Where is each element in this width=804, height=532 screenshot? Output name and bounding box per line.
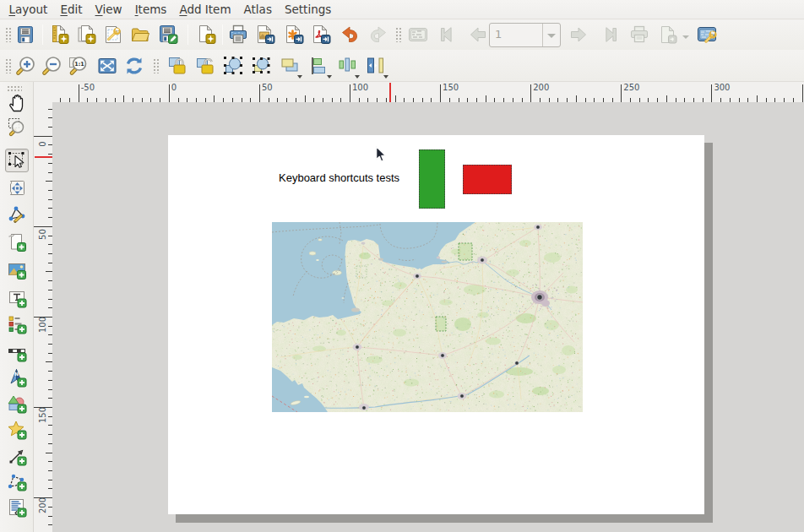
refresh-icon (123, 55, 145, 77)
add-label-tool-button[interactable] (5, 286, 29, 310)
dropdown-arrow[interactable] (327, 75, 332, 79)
first-feature-button[interactable] (436, 22, 459, 47)
pan-tool-button[interactable] (5, 91, 29, 115)
distribute-items-button[interactable] (335, 53, 359, 79)
toolbar-grip[interactable] (5, 27, 11, 42)
print-icon (228, 24, 248, 45)
toolbar-grip[interactable] (7, 85, 22, 91)
menu-settings[interactable]: Settings (278, 1, 337, 18)
layout-manager-button[interactable] (101, 22, 125, 47)
preview-atlas-button[interactable] (406, 22, 430, 47)
dropdown-arrow[interactable] (383, 75, 388, 79)
add-legend-tool-button[interactable] (5, 312, 29, 336)
add-page-tool-button[interactable] (5, 231, 29, 254)
add-picture-tool-button[interactable] (5, 258, 29, 282)
redo-icon (368, 24, 388, 45)
layout-manager-icon (103, 24, 123, 45)
menu-edit[interactable]: Edit (54, 1, 89, 18)
zoom-full-button[interactable] (95, 53, 119, 79)
label-item[interactable]: Keyboard shortcuts tests (279, 171, 399, 184)
save-button[interactable] (14, 22, 37, 47)
add-pages-button[interactable] (194, 22, 218, 47)
atlas-settings-button[interactable] (695, 22, 719, 47)
ruler-tick (802, 84, 803, 102)
previous-feature-button[interactable] (466, 22, 490, 47)
open-folder-icon (130, 24, 150, 45)
resize-items-button[interactable] (364, 53, 388, 79)
add-north-arrow-tool-button[interactable]: N (5, 366, 29, 389)
new-layout-button[interactable] (47, 22, 71, 47)
print-button[interactable] (226, 22, 250, 47)
add-shape-tool-button[interactable] (5, 392, 29, 415)
deselect-all-icon (250, 55, 272, 77)
add-arrow-tool-button[interactable] (5, 444, 29, 468)
export-pdf-button[interactable] (309, 22, 333, 47)
horizontal-ruler: -50050100150200250300 (34, 82, 804, 102)
move-content-tool-button[interactable] (5, 176, 29, 200)
ruler-label: 50 (38, 221, 47, 247)
zoom-in-button[interactable] (14, 53, 37, 79)
add-node-item-tool-button[interactable] (5, 470, 29, 493)
add-scalebar-tool-button[interactable] (5, 340, 29, 364)
export-atlas-dropdown-arrow[interactable] (682, 35, 689, 39)
raise-items-button[interactable] (278, 53, 302, 79)
add-html-icon (7, 497, 27, 518)
add-html-tool-button[interactable] (5, 496, 29, 519)
first-feature-icon (437, 24, 458, 45)
save-as-button[interactable] (156, 22, 180, 47)
menubar: Layout Edit View Items Add Item Atlas Se… (0, 0, 804, 19)
last-feature-button[interactable] (598, 22, 622, 47)
toolbar-grip[interactable] (395, 27, 401, 42)
spinbox-dropdown[interactable] (542, 24, 560, 46)
toolbar-grip[interactable] (5, 58, 11, 73)
select-move-item-tool-button[interactable] (5, 149, 29, 172)
deselect-all-button[interactable] (249, 53, 273, 79)
unlock-items-button[interactable] (194, 53, 218, 79)
ruler-tick (576, 95, 577, 102)
refresh-button[interactable] (122, 53, 146, 79)
toolbar-grip[interactable] (153, 58, 159, 73)
add-marker-tool-button[interactable] (5, 418, 29, 442)
add-arrow-icon (7, 446, 27, 466)
ruler-tick (711, 84, 712, 102)
lock-items-button[interactable] (166, 53, 190, 79)
open-layout-button[interactable] (128, 22, 152, 47)
menu-view[interactable]: View (89, 1, 128, 18)
edit-nodes-tool-button[interactable] (5, 203, 29, 226)
export-svg-button[interactable] (282, 22, 306, 47)
add-legend-icon (7, 314, 27, 334)
zoom-full-icon (96, 55, 118, 77)
menu-layout[interactable]: Layout (3, 1, 54, 18)
map-item[interactable] (272, 222, 583, 412)
undo-button[interactable] (338, 22, 361, 47)
export-atlas-button[interactable] (656, 22, 680, 47)
atlas-feature-value: 1 (490, 24, 542, 46)
ruler-label: 0 (171, 83, 177, 92)
dropdown-arrow[interactable] (297, 75, 302, 79)
edit-nodes-icon (7, 204, 27, 225)
toolbox-toolbar: N (0, 82, 34, 532)
green-rectangle-item[interactable] (419, 149, 445, 209)
red-rectangle-item[interactable] (463, 165, 512, 194)
previous-feature-icon (468, 24, 488, 45)
ruler-tick (757, 95, 758, 102)
toolbar-separator (222, 24, 223, 45)
atlas-feature-spinbox[interactable]: 1 (489, 23, 561, 47)
svg-text:1:1: 1:1 (74, 61, 84, 68)
zoom-actual-button[interactable]: 1:1 (67, 53, 90, 79)
ruler-label: 200 (38, 493, 47, 518)
menu-items[interactable]: Items (128, 1, 173, 18)
menu-atlas[interactable]: Atlas (237, 1, 278, 18)
zoom-out-button[interactable] (40, 53, 63, 79)
export-image-button[interactable] (253, 22, 277, 47)
align-items-button[interactable] (307, 53, 331, 79)
menu-add-item[interactable]: Add Item (173, 1, 237, 18)
duplicate-layout-button[interactable] (74, 22, 98, 47)
print-atlas-button[interactable] (627, 22, 651, 47)
layout-canvas[interactable]: Keyboard shortcuts tests (52, 102, 804, 532)
dropdown-arrow[interactable] (355, 75, 360, 79)
zoom-tool-button[interactable] (5, 115, 29, 138)
next-feature-button[interactable] (567, 22, 590, 47)
select-all-button[interactable] (221, 53, 245, 79)
redo-button[interactable] (367, 22, 390, 47)
